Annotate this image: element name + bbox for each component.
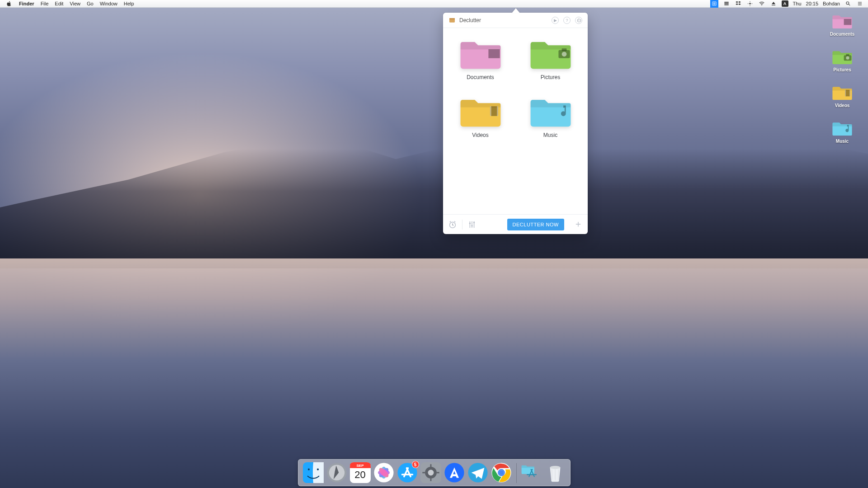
settings-sliders-icon[interactable] — [467, 220, 477, 230]
menu-view[interactable]: View — [70, 1, 80, 6]
panel-footer: DECLUTTER NOW ＋ — [443, 214, 588, 234]
menu-help[interactable]: Help — [124, 1, 134, 6]
panel-folder-documents[interactable]: Documents — [448, 36, 513, 80]
svg-point-13 — [469, 222, 471, 224]
panel-folder-music[interactable]: Music — [518, 94, 583, 138]
menu-go[interactable]: Go — [87, 1, 94, 6]
menu-edit[interactable]: Edit — [55, 1, 63, 6]
apple-menu-icon[interactable] — [5, 0, 13, 7]
panel-title: Declutter — [459, 17, 481, 23]
desktop-wallpaper: Finder File Edit View Go Window Help A T… — [0, 0, 651, 366]
menu-file[interactable]: File — [41, 1, 49, 6]
panel-arrow-icon — [512, 8, 520, 13]
svg-point-15 — [473, 221, 475, 223]
panel-help-icon[interactable]: ? — [563, 17, 571, 24]
panel-power-icon[interactable]: ⏻ — [575, 17, 582, 24]
schedule-icon[interactable] — [448, 220, 458, 230]
declutter-now-button[interactable]: DECLUTTER NOW — [507, 219, 564, 230]
declutter-panel: Declutter ▶ ? ⏻ Documents Pictures Vi — [443, 13, 588, 234]
menubar: Finder File Edit View Go Window Help A T… — [0, 0, 651, 8]
footer-separator — [462, 220, 462, 230]
menu-window[interactable]: Window — [100, 1, 118, 6]
panel-play-icon[interactable]: ▶ — [552, 17, 559, 24]
add-folder-button[interactable]: ＋ — [573, 220, 583, 230]
svg-rect-11 — [449, 18, 455, 19]
panel-header: Declutter ▶ ? ⏻ — [443, 13, 588, 28]
panel-folder-videos[interactable]: Videos — [448, 94, 513, 138]
svg-point-14 — [471, 225, 472, 226]
declutter-app-icon — [448, 17, 456, 24]
panel-folder-pictures[interactable]: Pictures — [518, 36, 583, 80]
menubar-app-name[interactable]: Finder — [19, 1, 34, 6]
